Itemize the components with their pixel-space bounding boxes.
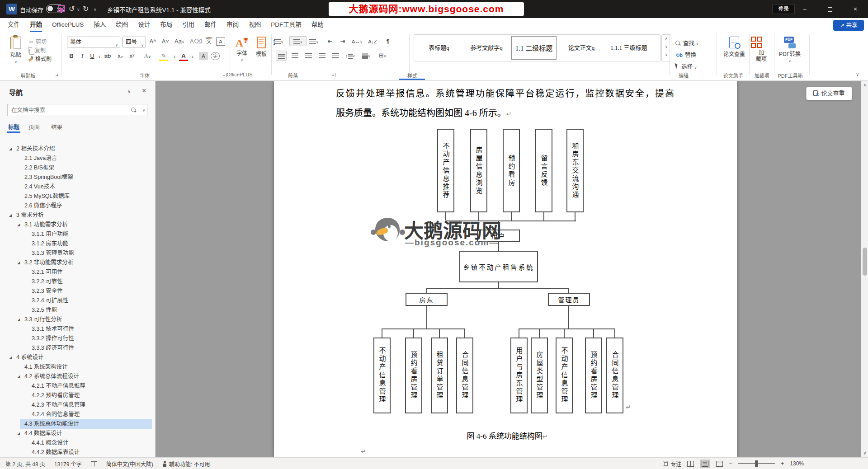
nav-tree-item[interactable]: 3.3.1 技术可行性 bbox=[0, 324, 156, 334]
read-mode-button[interactable] bbox=[687, 461, 694, 467]
distribute-button[interactable] bbox=[331, 51, 340, 61]
undo-chevron-icon[interactable]: ∨ bbox=[77, 7, 80, 12]
officeplus-template-button[interactable]: 模板 bbox=[252, 35, 270, 70]
document-page[interactable]: 反馈并处理举报信息。系统管理功能保障平台稳定运行，监控数据安全，提高 服务质量。… bbox=[274, 81, 737, 457]
share-button[interactable]: ↗ 共享 bbox=[833, 20, 864, 31]
word-count[interactable]: 13179 个字 bbox=[54, 460, 82, 468]
nav-tree-item[interactable]: 3.2.5 性能 bbox=[0, 305, 156, 315]
highlight-chevron[interactable]: ∨ bbox=[170, 51, 179, 61]
nav-tree-item[interactable]: 2.5 MySQL数据库 bbox=[0, 192, 156, 201]
line-spacing-button[interactable]: ↕∨ bbox=[345, 51, 355, 61]
print-layout-button[interactable] bbox=[700, 460, 710, 468]
pdf-convert-button[interactable]: PDF PDF转换 ∨ bbox=[776, 35, 804, 70]
style-item[interactable]: 论文正文q bbox=[559, 36, 604, 60]
menu-tab-文件[interactable]: 文件 bbox=[4, 18, 24, 32]
nav-tree-item[interactable]: ◢3.1 功能需求分析 bbox=[0, 220, 156, 230]
nav-tree-item[interactable]: 4.1 系统架构设计 bbox=[0, 362, 156, 372]
nav-tree-item[interactable]: 3.2.3 安全性 bbox=[0, 286, 156, 296]
nav-tab-标题[interactable]: 标题 bbox=[8, 122, 19, 131]
thesis-check-button[interactable]: 论文查重 bbox=[721, 35, 747, 70]
scroll-down-icon[interactable]: ∨ bbox=[861, 451, 868, 455]
style-gallery-scroll[interactable]: ∧ ∨ ∨ bbox=[661, 34, 671, 61]
document-canvas[interactable]: 反馈并处理举报信息。系统管理功能保障平台稳定运行，监控数据安全，提高 服务质量。… bbox=[156, 81, 868, 457]
clear-format-button[interactable]: A⌫ bbox=[190, 37, 202, 47]
subscript-button[interactable]: x₂ bbox=[116, 51, 125, 61]
zoom-slider-thumb[interactable] bbox=[755, 460, 758, 467]
zoom-slider[interactable] bbox=[738, 463, 775, 464]
title-chevron-icon[interactable]: ∨ bbox=[193, 7, 197, 12]
align-center-button[interactable] bbox=[290, 51, 299, 61]
change-case-button[interactable]: Aa∨ bbox=[175, 37, 184, 47]
navigation-close-icon[interactable]: × bbox=[142, 87, 146, 95]
highlight-button[interactable]: ✎ bbox=[159, 51, 168, 61]
enclose-character-button[interactable]: 字 bbox=[211, 52, 220, 60]
shrink-font-button[interactable]: A˅ bbox=[161, 37, 170, 47]
superscript-button[interactable]: x² bbox=[127, 51, 137, 61]
grow-font-button[interactable]: A^ bbox=[148, 37, 157, 47]
nav-tree-item[interactable]: 4.3 系统总体功能设计 bbox=[0, 419, 156, 429]
nav-tree-item[interactable]: 3.2.2 可靠性 bbox=[0, 277, 156, 286]
phonetic-guide-button[interactable]: wén文 bbox=[204, 36, 213, 46]
menu-tab-引用[interactable]: 引用 bbox=[178, 18, 198, 32]
paste-button[interactable]: 粘贴 ∨ bbox=[5, 35, 26, 70]
style-item[interactable]: 表标题q bbox=[416, 36, 462, 60]
style-scroll-down-icon[interactable]: ∨ bbox=[662, 43, 671, 51]
accessibility-status[interactable]: 辅助功能: 不可用 bbox=[162, 460, 210, 468]
menu-tab-开始[interactable]: 开始 bbox=[26, 18, 46, 32]
numbering-button[interactable]: ∨ bbox=[289, 36, 307, 46]
nav-tree-item[interactable]: ◢4.4 数据库设计 bbox=[0, 429, 156, 438]
strikethrough-button[interactable]: ab bbox=[103, 51, 112, 61]
menu-tab-邮件[interactable]: 邮件 bbox=[200, 18, 221, 32]
underline-chevron[interactable]: ∨ bbox=[95, 51, 104, 61]
nav-tree-item[interactable]: 4.2.4 合同信息管理 bbox=[0, 410, 156, 419]
focus-mode-button[interactable]: 专注 bbox=[663, 460, 681, 468]
copy-button[interactable]: 复制 bbox=[28, 46, 46, 54]
paragraph-dialog-launcher[interactable] bbox=[331, 73, 335, 77]
font-color-chevron[interactable]: ∨ bbox=[188, 51, 197, 61]
web-layout-button[interactable] bbox=[716, 461, 723, 467]
find-button[interactable]: 查找 ∨ bbox=[675, 38, 698, 47]
menu-tab-设计[interactable]: 设计 bbox=[134, 18, 154, 32]
italic-button[interactable]: I bbox=[78, 51, 87, 61]
menu-tab-视图[interactable]: 视图 bbox=[245, 18, 265, 32]
style-gallery-more-icon[interactable]: ∨ bbox=[662, 51, 671, 59]
nav-tree-item[interactable]: 2.6 微信小程序 bbox=[0, 201, 156, 211]
text-effects-button[interactable]: A∨ bbox=[143, 51, 152, 61]
style-item[interactable]: 1.1 二级标题 bbox=[511, 36, 557, 60]
nav-tree-item[interactable]: 2.3 SpringBoot框架 bbox=[0, 173, 156, 182]
addins-button[interactable]: 加载项 bbox=[751, 35, 772, 70]
show-marks-button[interactable]: ¶ bbox=[383, 37, 392, 47]
nav-tree-item[interactable]: 3.3.3 经济可行性 bbox=[0, 343, 156, 353]
search-box[interactable]: ∨ bbox=[7, 104, 147, 116]
font-color-button[interactable]: A bbox=[179, 51, 188, 61]
save-icon[interactable] bbox=[58, 5, 65, 12]
nav-tree-item[interactable]: 3.3.2 操作可行性 bbox=[0, 334, 156, 343]
zoom-in-button[interactable]: + bbox=[781, 460, 784, 467]
login-button[interactable]: 登录 bbox=[772, 4, 795, 14]
font-size-combo[interactable]: 四号∨ bbox=[123, 37, 146, 47]
menu-tab-OfficePLUS[interactable]: OfficePLUS bbox=[48, 18, 88, 32]
zoom-level[interactable]: 130% bbox=[790, 460, 804, 467]
nav-tree-item[interactable]: 4.4.1 概念设计 bbox=[0, 438, 156, 448]
scroll-up-icon[interactable]: ∧ bbox=[861, 83, 868, 87]
bullets-button[interactable]: ∨ bbox=[274, 37, 283, 47]
navigation-collapse-icon[interactable]: ∨ bbox=[127, 89, 131, 94]
nav-tree-item[interactable]: ◢3.3 可行性分析 bbox=[0, 315, 156, 324]
shading-button[interactable]: ∨ bbox=[362, 51, 371, 61]
nav-tree-item[interactable]: ◢3 需求分析 bbox=[0, 211, 156, 220]
menu-tab-布局[interactable]: 布局 bbox=[156, 18, 176, 32]
align-right-button[interactable] bbox=[304, 51, 313, 61]
search-chevron-icon[interactable]: ∨ bbox=[142, 108, 145, 113]
style-scroll-up-icon[interactable]: ∧ bbox=[662, 35, 671, 43]
search-icon[interactable] bbox=[131, 108, 137, 113]
nav-tab-结果[interactable]: 结果 bbox=[51, 122, 62, 131]
zoom-out-button[interactable]: − bbox=[729, 460, 732, 467]
character-scaling-button[interactable]: A↔∨ bbox=[352, 37, 363, 47]
ribbon-collapse-icon[interactable]: ∨ bbox=[856, 72, 859, 77]
format-painter-button[interactable]: 格式刷 bbox=[28, 55, 52, 62]
nav-tree-item[interactable]: 4.2.3 不动产信息管理 bbox=[0, 400, 156, 410]
maximize-button[interactable] bbox=[817, 0, 843, 18]
menu-tab-插入[interactable]: 插入 bbox=[90, 18, 110, 32]
decrease-indent-button[interactable]: ⇤ bbox=[326, 37, 335, 47]
nav-tree-item[interactable]: 3.1.1 用户功能 bbox=[0, 230, 156, 239]
